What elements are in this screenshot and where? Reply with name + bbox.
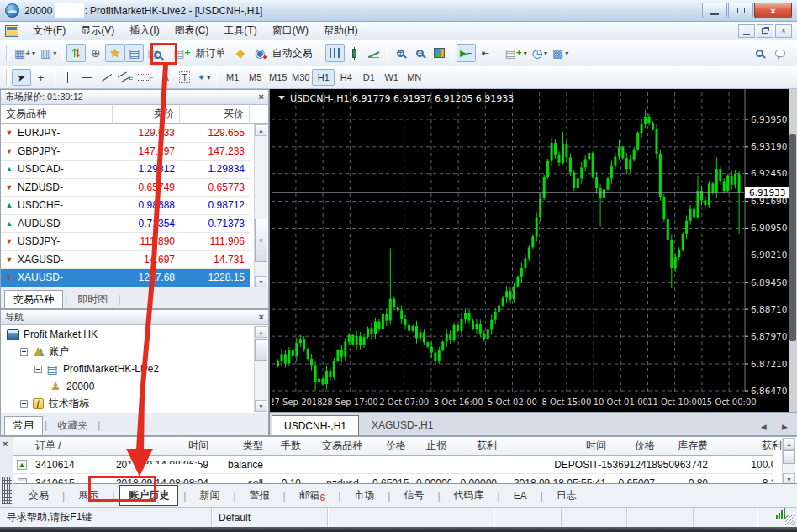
- terminal-tab-8[interactable]: 信号: [395, 486, 432, 505]
- period-button-h4[interactable]: H4: [335, 69, 357, 86]
- terminal-tab-5[interactable]: 警报: [241, 486, 278, 505]
- terminal-tab-10[interactable]: EA: [505, 487, 536, 504]
- minimize-button[interactable]: [702, 3, 727, 18]
- market-watch-row[interactable]: ▼XAUUSD-1227.681228.15: [1, 269, 250, 287]
- templates-button[interactable]: ▩▾: [550, 44, 571, 62]
- menu-item[interactable]: 窗口(W): [265, 21, 316, 40]
- period-button-m15[interactable]: M15: [267, 69, 289, 86]
- cursor-button[interactable]: ➤: [12, 69, 31, 86]
- status-profile[interactable]: Default: [212, 508, 328, 527]
- zoom-in-button[interactable]: [391, 44, 410, 62]
- navigator-tab[interactable]: 常用: [4, 416, 43, 435]
- period-button-m30[interactable]: M30: [289, 69, 312, 86]
- terminal-close-icon[interactable]: ×: [3, 439, 8, 449]
- data-window-button[interactable]: ⊕: [86, 44, 105, 62]
- scroll-thumb[interactable]: [783, 450, 795, 464]
- terminal-column-9[interactable]: 价格: [611, 439, 660, 453]
- mdi-restore-button[interactable]: [757, 24, 773, 38]
- terminal-column-2[interactable]: 类型: [214, 439, 268, 453]
- market-watch-row[interactable]: ▼EURJPY-129.633129.655: [1, 124, 250, 143]
- resize-grip[interactable]: [785, 515, 795, 525]
- market-watch-row[interactable]: ▼GBPJPY-147.197147.233: [1, 143, 250, 161]
- menu-item[interactable]: 显示(V): [73, 21, 122, 40]
- market-watch-row[interactable]: ▲USDCHF-0.986880.98712: [1, 197, 250, 215]
- periods-button[interactable]: ◷▾: [530, 44, 550, 62]
- terminal-tab-4[interactable]: 新闻: [191, 486, 228, 505]
- navigator-button[interactable]: ★: [105, 44, 124, 62]
- market-watch-row[interactable]: ▲USDCAD-1.298121.29834: [1, 161, 250, 179]
- chart-scrollbar[interactable]: [789, 89, 797, 412]
- channel-button[interactable]: E: [116, 69, 135, 86]
- period-button-h1[interactable]: H1: [312, 69, 335, 86]
- scroll-down-icon[interactable]: ▼: [255, 276, 267, 287]
- profiles-button[interactable]: ▥▾: [38, 44, 59, 62]
- market-watch-row[interactable]: ▼USDJPY-111.890111.906: [1, 233, 250, 251]
- close-button[interactable]: ×: [754, 3, 792, 18]
- horizontal-line-button[interactable]: [77, 69, 97, 86]
- terminal-tab-1[interactable]: 交易: [20, 486, 57, 505]
- terminal-column-11[interactable]: 获利: [713, 439, 787, 453]
- metaeditor-button[interactable]: ◆: [231, 44, 251, 62]
- terminal-column-0[interactable]: 订单 /: [30, 439, 103, 453]
- navigator-scrollbar[interactable]: ▲ ▼: [254, 326, 267, 412]
- terminal-tab-6[interactable]: 邮箱6: [291, 486, 334, 505]
- chart-tab-scroll-arrows[interactable]: ◀ ▶: [761, 423, 796, 431]
- expand-collapse-icon[interactable]: [34, 366, 42, 373]
- chart-tab[interactable]: USDCNH-,H1: [272, 415, 359, 435]
- period-button-m5[interactable]: M5: [244, 69, 267, 86]
- scroll-up-icon[interactable]: ▲: [255, 326, 267, 338]
- text-button[interactable]: A: [156, 69, 175, 86]
- quick-navigation-icon[interactable]: [2, 477, 12, 504]
- market-watch-row[interactable]: ▼NZDUSD-0.657490.65773: [1, 179, 250, 198]
- trendline-button[interactable]: [97, 69, 116, 86]
- new-chart-button[interactable]: ▦+▾: [12, 44, 38, 62]
- terminal-column-6[interactable]: 止损: [411, 439, 451, 453]
- zoom-out-button[interactable]: [410, 44, 430, 62]
- chart-tab[interactable]: XAGUSD-,H1: [359, 415, 446, 435]
- maximize-button[interactable]: [728, 3, 753, 18]
- crosshair-button[interactable]: +: [31, 69, 50, 86]
- autotrading-label[interactable]: 自动交易: [272, 46, 313, 61]
- menu-item[interactable]: 图表(C): [167, 21, 217, 40]
- terminal-tab-9[interactable]: 代码库: [446, 486, 493, 505]
- market-watch-tab[interactable]: 交易品种: [4, 290, 63, 308]
- expand-collapse-icon[interactable]: [20, 348, 28, 356]
- terminal-tab-11[interactable]: 日志: [548, 486, 585, 505]
- navigator-tab[interactable]: 收藏夹: [49, 416, 96, 435]
- terminal-column-1[interactable]: 时间: [103, 439, 214, 453]
- expand-collapse-icon[interactable]: [20, 400, 28, 408]
- mdi-close-button[interactable]: ×: [775, 24, 792, 38]
- bar-chart-button[interactable]: [325, 44, 345, 62]
- period-button-w1[interactable]: W1: [380, 69, 403, 86]
- terminal-column-4[interactable]: 交易品种: [306, 439, 367, 453]
- market-watch-tab[interactable]: 即时图: [69, 290, 116, 308]
- search-icon[interactable]: [756, 50, 763, 57]
- scroll-up-icon[interactable]: ▲: [783, 438, 795, 450]
- market-watch-scrollbar[interactable]: ▲ ≡ ▼: [254, 124, 267, 287]
- tree-item[interactable]: ♟20000: [1, 378, 250, 396]
- period-button-mn[interactable]: MN: [403, 69, 425, 86]
- market-watch-button[interactable]: ⇅: [66, 44, 86, 62]
- terminal-scrollbar[interactable]: ▲ ▼: [781, 438, 795, 485]
- tile-windows-button[interactable]: [430, 44, 449, 62]
- market-watch-close-icon[interactable]: ×: [259, 92, 264, 102]
- scroll-down-icon[interactable]: ▼: [255, 400, 267, 412]
- text-label-button[interactable]: T: [175, 69, 194, 86]
- market-watch-row[interactable]: ▼XAGUSD-14.69714.731: [1, 251, 250, 270]
- terminal-column-3[interactable]: 手数: [268, 439, 306, 453]
- period-button-m1[interactable]: M1: [221, 69, 244, 86]
- terminal-column-7[interactable]: 获利: [451, 439, 502, 453]
- scroll-thumb[interactable]: ≡: [255, 219, 267, 262]
- column-buy[interactable]: 买价: [180, 105, 250, 123]
- terminal-button[interactable]: ▤: [124, 44, 144, 62]
- column-symbol[interactable]: 交易品种: [1, 105, 113, 123]
- line-chart-button[interactable]: [364, 44, 383, 62]
- chart-shift-button[interactable]: ⇤: [476, 44, 495, 62]
- fibonacci-button[interactable]: F: [135, 69, 156, 86]
- autotrading-button[interactable]: ◉: [251, 44, 270, 62]
- auto-scroll-button[interactable]: ▶⌐: [457, 44, 476, 62]
- price-chart[interactable]: 27 Sep 201828 Sep 17:002 Oct 07:003 Oct …: [272, 89, 789, 412]
- scroll-thumb[interactable]: [255, 339, 267, 361]
- terminal-column-10[interactable]: 库存费: [660, 439, 713, 453]
- community-chat-icon[interactable]: [775, 50, 785, 57]
